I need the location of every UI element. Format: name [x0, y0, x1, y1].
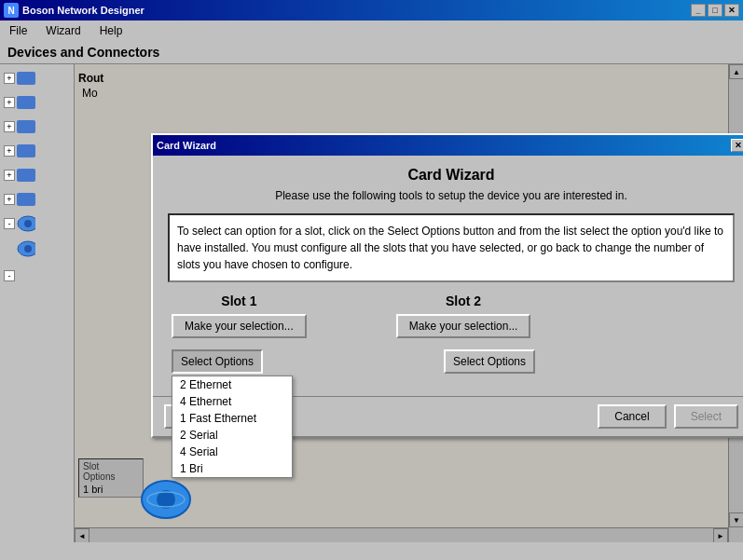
sidebar-item-3: +: [4, 116, 70, 137]
device-icon-3: [17, 120, 35, 133]
cancel-button[interactable]: Cancel: [598, 404, 666, 429]
svg-rect-5: [17, 193, 35, 206]
svg-point-9: [24, 245, 32, 253]
svg-rect-3: [17, 144, 35, 157]
slot2-selection-button[interactable]: Make your selection...: [396, 314, 531, 338]
svg-rect-4: [17, 169, 35, 182]
device-icon-2: [17, 96, 35, 109]
app-title: Boson Network Designer: [22, 5, 144, 16]
select-options-dropdown: 2 Ethernet 4 Ethernet 1 Fast Ethernet 2 …: [172, 376, 293, 478]
select-options-row: Select Options 2 Ethernet 4 Ethernet 1 F…: [168, 349, 735, 374]
devices-panel: + + +: [0, 64, 743, 542]
device-icon-6: [17, 193, 35, 206]
expand-btn-2[interactable]: +: [4, 97, 15, 108]
slot2-container: Slot 2 Make your selection...: [396, 294, 531, 338]
toolbar: Devices and Connectors: [0, 41, 743, 64]
dialog-main-title: Card Wizard: [168, 167, 735, 184]
app-icon: N: [4, 3, 19, 18]
dropdown-item-5[interactable]: 1 Bri: [172, 460, 292, 477]
sidebar-item-minus2: -: [4, 269, 70, 282]
svg-rect-1: [17, 96, 35, 109]
sidebar-item-2: +: [4, 92, 70, 113]
sidebar-icon-5: [17, 166, 35, 184]
main-content: Rout Mo Slot Options 1 bri ▲: [75, 64, 743, 542]
title-bar-buttons: _ □ ✕: [691, 4, 739, 17]
select-button[interactable]: Select: [674, 404, 738, 429]
dialog-title-label: Card Wizard: [157, 140, 216, 151]
router-icon: [17, 215, 35, 232]
slot2-label: Slot 2: [446, 294, 481, 308]
select-options-button-2[interactable]: Select Options: [444, 349, 535, 374]
slot1-label: Slot 1: [221, 294, 256, 308]
sidebar-item-6: +: [4, 189, 70, 210]
expand-btn-minus[interactable]: -: [4, 218, 15, 229]
sidebar-icon-2: [17, 93, 35, 112]
slot1-selection-button[interactable]: Make your selection...: [172, 314, 307, 338]
sidebar-item-5: +: [4, 165, 70, 185]
menu-bar: File Wizard Help: [0, 20, 743, 41]
sidebar-icon-6: [17, 190, 35, 209]
dialog-titlebar: Card Wizard ✕: [153, 135, 743, 156]
dialog-subtitle: Please use the following tools to setup …: [168, 189, 735, 202]
select-options-button-1[interactable]: Select Options: [172, 349, 263, 374]
expand-btn-3[interactable]: +: [4, 121, 15, 132]
dropdown-item-2[interactable]: 1 Fast Ethernet: [172, 410, 292, 427]
expand-btn-minus2[interactable]: -: [4, 270, 15, 281]
title-bar: N Boson Network Designer _ □ ✕: [0, 0, 743, 20]
expand-btn-4[interactable]: +: [4, 145, 15, 157]
menu-wizard[interactable]: Wizard: [40, 22, 86, 39]
slot1-select-options-container: Select Options 2 Ethernet 4 Ethernet 1 F…: [172, 349, 263, 374]
main-window: N Boson Network Designer _ □ ✕ File Wiza…: [0, 0, 743, 560]
toolbar-title: Devices and Connectors: [7, 45, 159, 60]
sidebar-icon-4: [17, 142, 35, 160]
device-icon-1: [17, 72, 35, 85]
dialog-close-button[interactable]: ✕: [731, 139, 743, 152]
expand-btn-6[interactable]: +: [4, 194, 15, 205]
dialog-description: To select can option for a slot, click o…: [168, 213, 735, 282]
dropdown-item-1[interactable]: 4 Ethernet: [172, 393, 292, 410]
svg-rect-2: [17, 120, 35, 133]
dropdown-item-0[interactable]: 2 Ethernet: [172, 376, 292, 393]
dropdown-item-4[interactable]: 4 Serial: [172, 444, 292, 460]
minimize-button[interactable]: _: [691, 4, 706, 17]
slots-row: Slot 1 Make your selection... Slot 2 Mak…: [168, 294, 735, 338]
sidebar-item-4: +: [4, 141, 70, 161]
svg-rect-0: [17, 72, 35, 85]
sidebar-icon-router: [17, 214, 35, 233]
slot2-select-options-container: Select Options: [444, 349, 535, 374]
card-wizard-dialog: Card Wizard ✕ Card Wizard Please use the…: [151, 133, 743, 438]
sidebar-item-minus: -: [4, 213, 70, 234]
menu-help[interactable]: Help: [94, 22, 129, 39]
device-icon-4: [17, 144, 35, 157]
title-bar-left: N Boson Network Designer: [4, 3, 144, 18]
menu-file[interactable]: File: [4, 22, 33, 39]
sidebar: + + +: [0, 64, 75, 542]
sidebar-icon-router2: [17, 239, 35, 258]
dropdown-item-3[interactable]: 2 Serial: [172, 427, 292, 444]
close-button[interactable]: ✕: [724, 4, 739, 17]
dialog-overlay: Card Wizard ✕ Card Wizard Please use the…: [75, 64, 743, 542]
expand-btn-1[interactable]: +: [4, 73, 15, 84]
dialog-body: Card Wizard Please use the following too…: [153, 156, 743, 396]
router-icon-2: [17, 240, 35, 257]
sidebar-icon-3: [17, 117, 35, 136]
sidebar-item-1: +: [4, 68, 70, 89]
maximize-button[interactable]: □: [708, 4, 722, 17]
expand-btn-5[interactable]: +: [4, 170, 15, 181]
svg-point-7: [24, 220, 32, 227]
sidebar-router-item: [4, 239, 70, 258]
device-icon-5: [17, 169, 35, 182]
slot1-container: Slot 1 Make your selection...: [172, 294, 307, 338]
sidebar-icon-1: [17, 69, 35, 88]
